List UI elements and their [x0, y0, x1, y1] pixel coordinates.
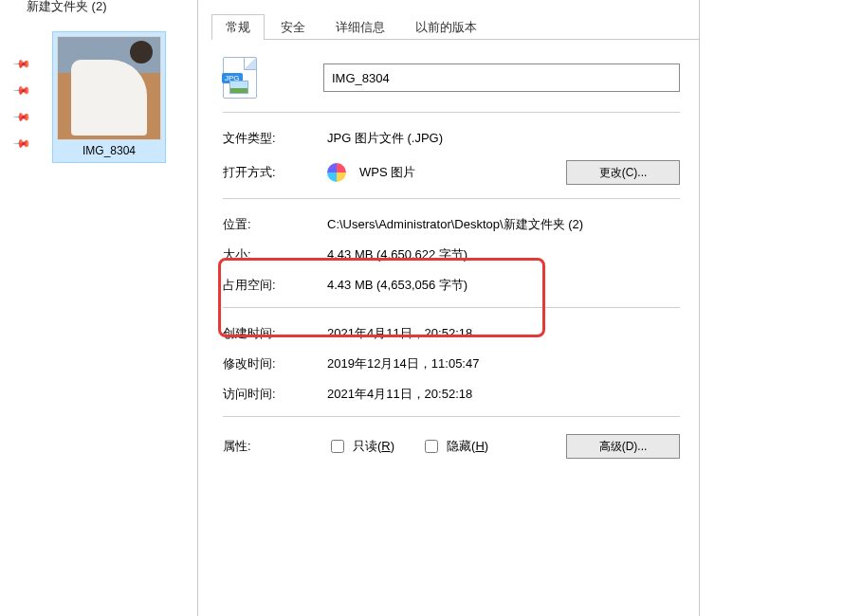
- file-type-icon: JPG: [223, 57, 257, 99]
- value-modified: 2019年12月14日，11:05:47: [327, 355, 680, 372]
- thumbnail-image: [57, 36, 161, 140]
- divider: [223, 112, 680, 113]
- hidden-accel: H: [475, 439, 484, 453]
- readonly-accel: R: [381, 439, 390, 453]
- divider: [223, 307, 680, 308]
- pin-icon: 📌: [12, 134, 32, 154]
- properties-dialog: 常规 安全 详细信息 以前的版本 JPG 文件类型: JPG 图片文件 (.JP…: [197, 0, 700, 616]
- tab-bar: 常规 安全 详细信息 以前的版本: [211, 13, 699, 40]
- pin-icon: 📌: [12, 107, 32, 127]
- label-accessed: 访问时间:: [223, 386, 327, 403]
- filename-input[interactable]: [323, 63, 680, 92]
- readonly-checkbox[interactable]: 只读(R): [327, 437, 394, 456]
- tab-general[interactable]: 常规: [211, 14, 265, 40]
- label-size: 大小:: [223, 246, 327, 263]
- value-location: C:\Users\Administrator\Desktop\新建文件夹 (2): [327, 216, 680, 233]
- value-created: 2021年4月11日，20:52:18: [327, 325, 680, 342]
- readonly-checkbox-input[interactable]: [331, 440, 344, 453]
- value-accessed: 2021年4月11日，20:52:18: [327, 386, 680, 403]
- tab-security[interactable]: 安全: [266, 14, 320, 40]
- divider: [223, 416, 680, 417]
- readonly-label-pre: 只读(: [353, 439, 381, 453]
- label-openwith: 打开方式:: [223, 164, 327, 181]
- change-button[interactable]: 更改(C)...: [566, 160, 680, 185]
- hidden-label-post: ): [485, 439, 488, 453]
- value-sizeondisk: 4.43 MB (4,653,056 字节): [327, 277, 680, 294]
- photo-glyph-icon: [229, 81, 248, 94]
- hidden-checkbox-input[interactable]: [425, 440, 438, 453]
- divider: [223, 198, 680, 199]
- pin-icon: 📌: [12, 54, 32, 74]
- file-thumbnail-selected[interactable]: IMG_8304: [52, 31, 166, 163]
- label-attributes: 属性:: [223, 438, 327, 455]
- breadcrumb-text: 新建文件夹 (2): [27, 0, 107, 13]
- value-filetype: JPG 图片文件 (.JPG): [327, 130, 680, 147]
- thumbnail-label: IMG_8304: [82, 144, 136, 160]
- label-sizeondisk: 占用空间:: [223, 277, 327, 294]
- readonly-label-post: ): [391, 439, 394, 453]
- value-openwith: WPS 图片: [359, 164, 415, 181]
- advanced-button[interactable]: 高级(D)...: [566, 434, 680, 459]
- quickaccess-pins: 📌 📌 📌 📌: [15, 57, 29, 150]
- pin-icon: 📌: [12, 81, 32, 100]
- hidden-checkbox[interactable]: 隐藏(H): [421, 437, 488, 456]
- tab-details[interactable]: 详细信息: [321, 14, 399, 40]
- label-created: 创建时间:: [223, 325, 327, 342]
- wps-app-icon: [327, 163, 346, 182]
- label-modified: 修改时间:: [223, 355, 327, 372]
- breadcrumb[interactable]: 新建文件夹 (2): [27, 0, 107, 15]
- hidden-label-pre: 隐藏(: [447, 439, 475, 453]
- value-size: 4.43 MB (4,650,622 字节): [327, 246, 680, 263]
- label-filetype: 文件类型:: [223, 130, 327, 147]
- tab-previous-versions[interactable]: 以前的版本: [401, 14, 491, 40]
- label-location: 位置:: [223, 216, 327, 233]
